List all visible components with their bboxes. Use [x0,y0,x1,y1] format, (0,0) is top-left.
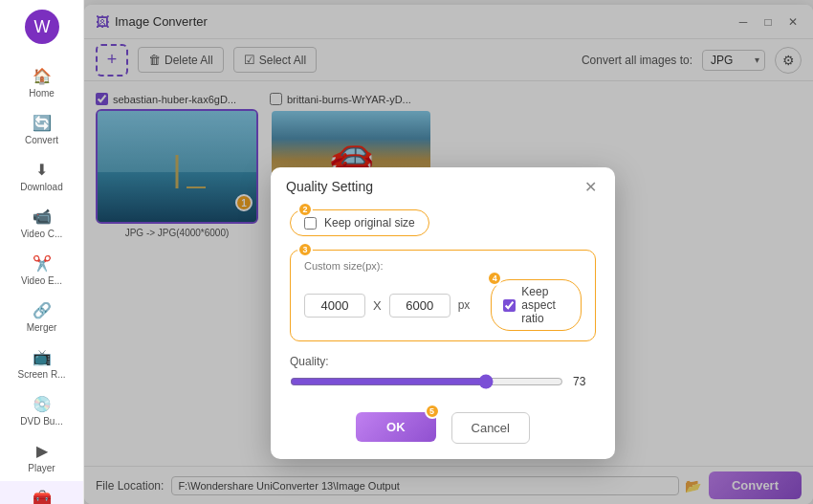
toolbox-icon: 🧰 [33,489,52,504]
sidebar-item-merger-label: Merger [27,322,57,333]
sidebar-item-merger[interactable]: 🔗 Merger [0,294,83,340]
sidebar-item-dvd[interactable]: 💿 DVD Bu... [0,387,83,434]
dialog-title-bar: Quality Setting ✕ [271,167,615,204]
custom-size-wrap: 3 Custom size(px): X px 4 [290,250,596,341]
dialog-body: 2 Keep original size 3 Custom size(px): [271,204,615,405]
download-icon: ⬇ [35,161,48,179]
keep-ratio-label[interactable]: Keep aspect ratio [491,279,582,331]
sidebar-item-videoe[interactable]: ✂️ Video E... [0,247,83,294]
merger-icon: 🔗 [33,301,52,319]
custom-size-section: 3 Custom size(px): X px 4 [290,250,596,341]
quality-slider-row: 73 [290,374,596,389]
screenr-icon: 📺 [33,348,52,366]
quality-label: Quality: [290,355,596,368]
svg-text:W: W [33,17,50,36]
keep-original-checkbox[interactable] [304,217,317,230]
sidebar-item-player-label: Player [28,463,55,473]
ok-button-wrap: 5 OK [356,412,436,444]
sidebar-item-download[interactable]: ⬇ Download [0,153,83,200]
sidebar-item-screenr-label: Screen R... [17,369,65,380]
sidebar-item-convert[interactable]: 🔄 Convert [0,106,83,153]
sidebar-item-videoe-label: Video E... [21,275,62,286]
convert-icon: 🔄 [33,114,52,132]
sidebar-item-videoc-label: Video C... [21,229,63,239]
sidebar-item-home-label: Home [29,88,55,99]
sidebar-item-home[interactable]: 🏠 Home [0,59,83,106]
dvd-icon: 💿 [33,395,52,413]
x-separator: X [373,298,382,313]
videoe-icon: ✂️ [33,254,52,273]
step-2-badge: 2 [297,202,313,217]
custom-size-inputs: X px 4 Keep aspect ratio [304,279,582,331]
sidebar-item-convert-label: Convert [25,135,58,145]
height-input[interactable] [389,294,450,318]
width-input[interactable] [304,294,365,318]
keep-ratio-checkbox[interactable] [503,299,516,312]
ok-button[interactable]: OK [356,412,436,442]
keep-ratio-text: Keep aspect ratio [521,285,569,325]
px-label: px [458,298,471,312]
keep-original-section: 2 Keep original size [290,209,596,236]
dialog-close-button[interactable]: ✕ [581,177,600,196]
sidebar-item-download-label: Download [20,182,62,192]
main-area: 🖼 Image Converter ─ □ ✕ + 🗑 Delete All ☑… [84,0,813,504]
sidebar-item-screenr[interactable]: 📺 Screen R... [0,340,83,387]
quality-value: 73 [573,375,596,388]
app-logo: W [25,10,59,44]
custom-size-label: Custom size(px): [304,260,582,272]
home-icon: 🏠 [33,67,52,85]
dialog-footer: 5 OK Cancel [271,405,615,459]
videoc-icon: 📹 [33,208,52,226]
quality-setting-dialog: Quality Setting ✕ 2 Keep original size 3 [271,167,615,459]
sidebar-item-player[interactable]: ▶ Player [0,434,83,481]
sidebar: W 🏠 Home 🔄 Convert ⬇ Download 📹 Video C.… [0,0,84,504]
sidebar-item-videoc[interactable]: 📹 Video C... [0,200,83,247]
dialog-title: Quality Setting [286,179,373,194]
step-3-badge: 3 [297,242,313,257]
player-icon: ▶ [36,442,48,460]
step-5-badge: 5 [425,404,440,419]
quality-slider[interactable] [290,374,563,389]
keep-ratio-wrap: 4 Keep aspect ratio [483,279,582,331]
keep-original-wrap: 2 Keep original size [290,209,429,236]
sidebar-item-dvd-label: DVD Bu... [20,416,62,427]
quality-section: Quality: 73 [290,355,596,389]
keep-original-text: Keep original size [324,216,415,230]
sidebar-item-toolbox[interactable]: 🧰 Toolbox [0,481,83,504]
cancel-button[interactable]: Cancel [451,412,530,444]
